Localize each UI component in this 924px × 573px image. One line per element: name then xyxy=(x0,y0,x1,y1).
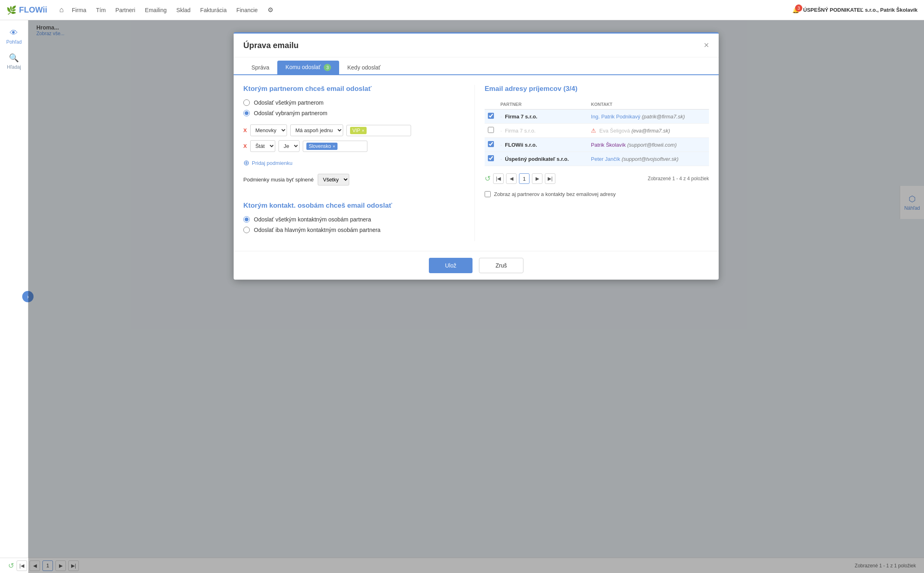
nav-fakturacia[interactable]: Fakturácia xyxy=(200,7,226,13)
table-row: · Firma 7 s.r.o. ⚠ Eva Šeligová (eva@fir… xyxy=(485,124,709,138)
row1-checkbox-cell xyxy=(485,110,497,124)
row4-checkbox[interactable] xyxy=(488,155,494,161)
row2-partner-cell: · Firma 7 s.r.o. xyxy=(497,124,588,138)
radio-all-contacts-input[interactable] xyxy=(243,216,250,223)
radio-main-contacts[interactable]: Odoslať iba hlavným kontaktným osobám pa… xyxy=(243,227,465,233)
radio-all-partners-input[interactable] xyxy=(243,99,250,106)
row2-error-icon: ⚠ xyxy=(591,127,596,134)
tab-kedy-odoslat[interactable]: Kedy odoslať xyxy=(339,61,388,74)
row4-contact-cell: Peter Jančík (support@tvojsoftver.sk) xyxy=(588,152,709,166)
nav-partneri[interactable]: Partneri xyxy=(116,7,135,13)
table-row: · Úspešný podnikateľ s.r.o. Peter Jančík… xyxy=(485,152,709,166)
row4-contact-name[interactable]: Peter Jančík xyxy=(591,156,620,162)
nav-financie[interactable]: Financie xyxy=(236,7,258,13)
row3-contact-email: (support@flowii.com) xyxy=(627,142,677,148)
show-without-email-row: Zobraz aj partnerov a kontakty bez email… xyxy=(485,191,709,197)
add-condition-label: Pridaj podmienku xyxy=(252,160,292,166)
conditions-rule-select[interactable]: Všetky xyxy=(318,174,349,185)
radio-all-partners-label: Odoslať všetkým partnerom xyxy=(254,99,324,106)
row2-partner-name: Firma 7 s.r.o. xyxy=(505,128,536,134)
row3-checkbox[interactable] xyxy=(488,141,494,147)
sidebar-item-hladaj[interactable]: 🔍 Hľadaj xyxy=(7,53,21,70)
row3-partner-name: FLOWii s.r.o. xyxy=(505,142,537,148)
modal-overlay: Úprava emailu × Správa Komu odoslať 3 Ke… xyxy=(28,20,924,573)
pagination-prev[interactable]: ◀ xyxy=(506,173,517,184)
radio-selected-partners[interactable]: Odoslať vybraným partnerom xyxy=(243,110,465,116)
partner-radio-group: Odoslať všetkým partnerom Odoslať vybran… xyxy=(243,99,465,116)
row2-contact-name[interactable]: Eva Šeligová xyxy=(599,128,630,134)
table-row: · FLOWii s.r.o. Patrik Školavík (support… xyxy=(485,138,709,152)
row1-contact-name[interactable]: Ing. Patrik Podnikavý xyxy=(591,114,640,120)
radio-selected-partners-input[interactable] xyxy=(243,110,250,116)
main-layout: 👁 Pohľad 🔍 Hľadaj › Hroma... Zobraz vše.… xyxy=(0,20,924,573)
notification-badge: 3 xyxy=(795,4,802,12)
eye-icon: 👁 xyxy=(10,28,18,38)
user-name: ÚSPEŠNÝ PODNIKATEĽ s.r.o., Patrik Školav… xyxy=(803,7,918,13)
contact-section-title: Ktorým kontakt. osobám chceš email odosl… xyxy=(243,202,465,210)
nav-tim[interactable]: Tím xyxy=(96,7,105,13)
row4-checkbox-cell xyxy=(485,152,497,166)
bottom-refresh-icon[interactable]: ↺ xyxy=(8,561,14,570)
row3-contact-name[interactable]: Patrik Školavík xyxy=(591,142,626,148)
radio-all-contacts-label: Odoslať všetkým kontaktným osobám partne… xyxy=(254,216,371,223)
conditions-rule-row: Podmienky musia byť splnené Všetky xyxy=(243,174,465,185)
modal-close-button[interactable]: × xyxy=(704,40,709,51)
condition-row-1: X Menovky Má aspoň jednu VIP xyxy=(243,124,465,136)
row3-checkbox-cell xyxy=(485,138,497,152)
row1-contact-cell: Ing. Patrik Podnikavý (patrik@firma7.sk) xyxy=(588,110,709,124)
modal-right-panel: Email adresy príjemcov (3/4) PARTNER KON… xyxy=(475,85,709,241)
modal-title: Úprava emailu xyxy=(243,41,299,50)
tag-vip-close[interactable]: × xyxy=(362,128,364,133)
add-condition-button[interactable]: ⊕ Pridaj podmienku xyxy=(243,158,465,167)
sidebar-item-pohland[interactable]: 👁 Pohľad xyxy=(6,28,21,45)
row1-contact-email: (patrik@firma7.sk) xyxy=(642,114,685,120)
tab-sprava[interactable]: Správa xyxy=(243,61,277,74)
row3-partner-cell: · FLOWii s.r.o. xyxy=(497,138,588,152)
notification-bell[interactable]: 🔔 3 xyxy=(792,7,799,13)
radio-all-contacts[interactable]: Odoslať všetkým kontaktným osobám partne… xyxy=(243,216,465,223)
sidebar-label-pohland: Pohľad xyxy=(6,39,21,45)
modal-header: Úprava emailu × xyxy=(234,34,719,57)
logo-leaf-icon: 🌿 xyxy=(6,5,17,15)
condition-2-operator[interactable]: Je xyxy=(278,140,300,152)
row1-dot: · xyxy=(500,114,502,120)
tag-slovensko-close[interactable]: × xyxy=(333,144,335,149)
settings-icon[interactable]: ⚙ xyxy=(268,6,273,14)
recipients-table: PARTNER KONTAKT xyxy=(485,99,709,166)
cancel-button[interactable]: Zruš xyxy=(479,258,523,273)
row2-checkbox[interactable] xyxy=(488,127,494,133)
condition-2-remove[interactable]: X xyxy=(243,143,247,149)
condition-1-remove[interactable]: X xyxy=(243,127,247,133)
nav-emailing[interactable]: Emailing xyxy=(145,7,167,13)
home-icon[interactable]: ⌂ xyxy=(59,6,64,14)
nav-sklad[interactable]: Sklad xyxy=(176,7,190,13)
show-without-email-checkbox[interactable] xyxy=(485,191,491,197)
pagination-last[interactable]: ▶| xyxy=(545,173,555,184)
radio-selected-partners-label: Odoslať vybraným partnerom xyxy=(254,110,327,116)
radio-main-contacts-input[interactable] xyxy=(243,227,250,233)
row2-dot: · xyxy=(500,128,502,134)
row4-partner-cell: · Úspešný podnikateľ s.r.o. xyxy=(497,152,588,166)
modal-tabs: Správa Komu odoslať 3 Kedy odoslať xyxy=(234,61,719,75)
logo-text: FLOWii xyxy=(19,5,47,15)
pagination-next[interactable]: ▶ xyxy=(532,173,542,184)
nav-links: Firma Tím Partneri Emailing Sklad Faktur… xyxy=(72,6,784,14)
recipients-title: Email adresy príjemcov (3/4) xyxy=(485,85,709,93)
pagination-current: 1 xyxy=(519,173,530,184)
radio-all-partners[interactable]: Odoslať všetkým partnerom xyxy=(243,99,465,106)
save-button[interactable]: Ulož xyxy=(429,258,473,273)
nav-firma[interactable]: Firma xyxy=(72,7,86,13)
row1-checkbox[interactable] xyxy=(488,113,494,119)
row2-contact-email: (eva@firma7.sk) xyxy=(631,128,670,134)
tab-komu-odoslat[interactable]: Komu odoslať 3 xyxy=(277,61,339,74)
radio-main-contacts-label: Odoslať iba hlavným kontaktným osobám pa… xyxy=(254,227,380,233)
bottom-first[interactable]: |◀ xyxy=(17,560,27,571)
condition-2-field[interactable]: Štát xyxy=(250,140,275,152)
plus-icon: ⊕ xyxy=(243,158,249,167)
condition-1-field[interactable]: Menovky xyxy=(250,124,287,136)
condition-1-operator[interactable]: Má aspoň jednu xyxy=(290,124,343,136)
refresh-icon[interactable]: ↺ xyxy=(485,174,491,183)
search-icon: 🔍 xyxy=(9,53,19,63)
pagination-first[interactable]: |◀ xyxy=(493,173,504,184)
conditions-list: X Menovky Má aspoň jednu VIP xyxy=(243,124,465,152)
